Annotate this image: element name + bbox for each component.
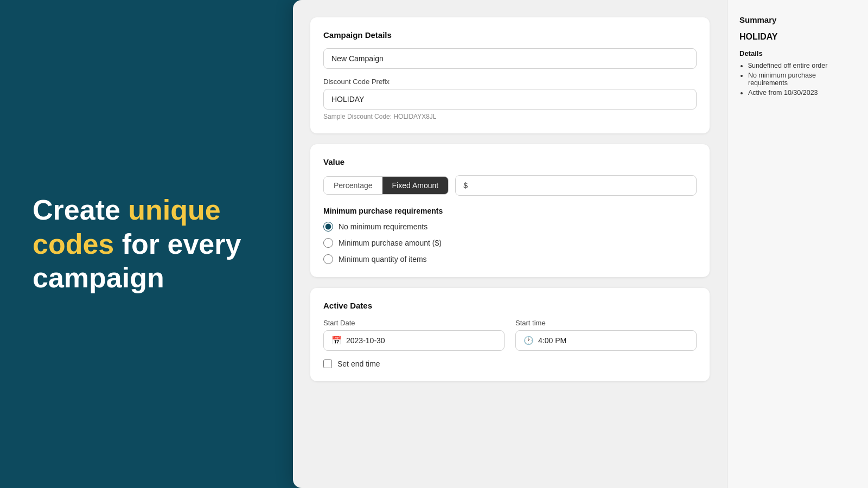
summary-campaign-name: HOLIDAY [739, 32, 856, 42]
tab-fixed-amount[interactable]: Fixed Amount [382, 177, 449, 194]
hero-section: Create unique codes for every campaign [0, 193, 282, 294]
radio-min-amount[interactable]: Minimum purchase amount ($) [323, 238, 697, 248]
campaign-details-card: Campaign Details Discount Code Prefix Sa… [310, 17, 710, 133]
sample-code-hint: Sample Discount Code: HOLIDAYX8JL [323, 113, 697, 120]
value-row: Percentage Fixed Amount [323, 175, 697, 196]
form-area: Campaign Details Discount Code Prefix Sa… [293, 0, 727, 488]
value-tab-group: Percentage Fixed Amount [323, 176, 449, 195]
tab-percentage[interactable]: Percentage [324, 177, 382, 194]
start-date-value: 2023-10-30 [346, 336, 385, 345]
set-end-time-row: Set end time [323, 359, 697, 368]
radio-min-quantity-label: Minimum quantity of items [339, 255, 427, 264]
discount-prefix-group: Discount Code Prefix Sample Discount Cod… [323, 78, 697, 120]
radio-min-quantity-input[interactable] [323, 254, 333, 264]
clock-icon: 🕐 [524, 336, 534, 345]
campaign-details-title: Campaign Details [323, 30, 697, 40]
main-panel: Campaign Details Discount Code Prefix Sa… [293, 0, 868, 488]
discount-prefix-input[interactable] [323, 89, 697, 110]
hero-highlight-codes: codes [33, 228, 114, 260]
currency-input-wrapper [455, 175, 697, 196]
hero-line3: for every [114, 228, 241, 260]
radio-min-amount-input[interactable] [323, 238, 333, 248]
set-end-time-checkbox[interactable] [323, 359, 332, 368]
value-title: Value [323, 157, 697, 166]
summary-details-list: $undefined off entire order No minimum p… [739, 62, 856, 97]
active-dates-card: Active Dates Start Date 📅 2023-10-30 Sta… [310, 288, 710, 381]
hero-line4: campaign [33, 262, 164, 293]
radio-min-quantity[interactable]: Minimum quantity of items [323, 254, 697, 264]
min-purchase-radio-group: No minimum requirements Minimum purchase… [323, 222, 697, 264]
min-purchase-label: Minimum purchase requirements [323, 207, 697, 215]
start-date-field: Start Date 📅 2023-10-30 [323, 319, 505, 351]
set-end-time-label: Set end time [337, 359, 380, 368]
value-card: Value Percentage Fixed Amount Minimum pu… [310, 144, 710, 277]
campaign-name-input[interactable] [323, 48, 697, 69]
hero-highlight-unique: unique [128, 194, 220, 226]
discount-prefix-label: Discount Code Prefix [323, 78, 697, 86]
summary-details-label: Details [739, 49, 856, 57]
campaign-name-group [323, 48, 697, 69]
radio-no-minimum-label: No minimum requirements [339, 222, 427, 231]
start-time-label: Start time [515, 319, 697, 327]
summary-item-2: No minimum purchase requirements [748, 72, 856, 87]
start-date-input-wrapper[interactable]: 📅 2023-10-30 [323, 330, 505, 351]
start-time-field: Start time 🕐 4:00 PM [515, 319, 697, 351]
radio-no-minimum-input[interactable] [323, 222, 333, 232]
summary-panel: Summary HOLIDAY Details $undefined off e… [727, 0, 868, 488]
radio-min-amount-label: Minimum purchase amount ($) [339, 239, 442, 247]
active-dates-title: Active Dates [323, 301, 697, 310]
summary-title: Summary [739, 15, 856, 24]
start-time-input-wrapper[interactable]: 🕐 4:00 PM [515, 330, 697, 351]
summary-item-1: $undefined off entire order [748, 62, 856, 69]
hero-line1: Create [33, 194, 128, 226]
summary-item-3: Active from 10/30/2023 [748, 89, 856, 97]
calendar-icon: 📅 [331, 336, 342, 345]
radio-no-minimum[interactable]: No minimum requirements [323, 222, 697, 232]
start-time-value: 4:00 PM [538, 336, 566, 345]
start-date-label: Start Date [323, 319, 505, 327]
dates-row: Start Date 📅 2023-10-30 Start time 🕐 4:0… [323, 319, 697, 351]
currency-input[interactable] [455, 175, 697, 196]
